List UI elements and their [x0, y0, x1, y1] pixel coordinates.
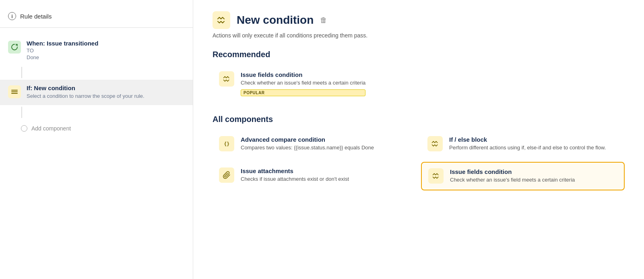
page-title: New condition [237, 14, 314, 27]
issue-fields-recommended-desc: Check whether an issue's field meets a c… [241, 79, 365, 87]
recommended-card-list: Issue fields condition Check whether an … [213, 66, 625, 102]
when-item-sub1: TO [27, 48, 98, 54]
advanced-compare-title: Advanced compare condition [241, 136, 374, 143]
svg-text:{}: {} [224, 141, 229, 147]
sidebar: i Rule details When: Issue transitioned … [0, 0, 193, 279]
rule-details-row[interactable]: i Rule details [0, 8, 193, 27]
page-subtitle: Actions will only execute if all conditi… [213, 32, 625, 39]
issue-fields-recommended-body: Issue fields condition Check whether an … [241, 71, 365, 96]
svg-rect-2 [11, 93, 18, 94]
if-else-body: If / else block Perform different action… [449, 136, 606, 152]
info-icon: i [8, 12, 16, 20]
advanced-compare-icon: {} [219, 136, 234, 151]
all-components-section-title: All components [213, 115, 625, 124]
header-condition-icon [213, 11, 230, 29]
when-item-title: When: Issue transitioned [27, 40, 98, 47]
card-advanced-compare-condition[interactable]: {} Advanced compare condition Compares t… [213, 130, 416, 157]
advanced-compare-body: Advanced compare condition Compares two … [241, 136, 374, 152]
if-icon [8, 85, 21, 98]
add-component-label: Add component [31, 125, 71, 132]
sidebar-divider [0, 27, 193, 28]
if-else-title: If / else block [449, 136, 606, 143]
page-header: New condition 🗑 [213, 11, 625, 29]
when-item-content: When: Issue transitioned TO Done [27, 40, 98, 60]
when-item-sub2: Done [27, 54, 98, 60]
if-item-desc: Select a condition to narrow the scope o… [27, 92, 144, 100]
rule-details-label: Rule details [20, 13, 52, 20]
issue-attachments-title: Issue attachments [241, 167, 349, 174]
if-else-icon [427, 136, 443, 151]
components-grid: {} Advanced compare condition Compares t… [213, 130, 625, 190]
svg-rect-1 [11, 91, 18, 92]
issue-fields-recommended-title: Issue fields condition [241, 71, 365, 78]
recommended-section-title: Recommended [213, 50, 625, 59]
svg-rect-0 [11, 90, 18, 91]
if-item-title: If: New condition [27, 85, 144, 91]
issue-fields-all-desc: Check whether an issue's field meets a c… [450, 176, 575, 184]
advanced-compare-desc: Compares two values: {{issue.status.name… [241, 144, 374, 152]
issue-fields-all-body: Issue fields condition Check whether an … [450, 168, 575, 184]
trash-icon[interactable]: 🗑 [320, 16, 327, 25]
connector-line-2 [0, 107, 193, 118]
add-circle-icon [21, 125, 27, 132]
if-else-desc: Perform different actions using if, else… [449, 144, 606, 152]
popular-badge: POPULAR [241, 89, 365, 96]
issue-attachments-desc: Checks if issue attachments exist or don… [241, 175, 349, 183]
when-icon [8, 41, 21, 54]
card-issue-fields-condition-all[interactable]: Issue fields condition Check whether an … [421, 162, 625, 190]
issue-fields-recommended-icon [219, 71, 234, 87]
sidebar-item-when-issue-transitioned[interactable]: When: Issue transitioned TO Done [0, 35, 193, 65]
issue-attachments-body: Issue attachments Checks if issue attach… [241, 167, 349, 183]
card-issue-fields-condition-recommended[interactable]: Issue fields condition Check whether an … [213, 66, 625, 102]
card-issue-attachments[interactable]: Issue attachments Checks if issue attach… [213, 162, 416, 190]
add-component-row[interactable]: Add component [0, 120, 193, 137]
if-item-content: If: New condition Select a condition to … [27, 85, 144, 100]
main-content: New condition 🗑 Actions will only execut… [193, 0, 644, 279]
card-if-else-block[interactable]: If / else block Perform different action… [421, 130, 625, 157]
connector-line-1 [0, 67, 193, 78]
issue-fields-all-icon [428, 168, 444, 184]
issue-attachments-icon [219, 167, 234, 183]
sidebar-item-if-new-condition[interactable]: If: New condition Select a condition to … [0, 80, 193, 105]
issue-fields-all-title: Issue fields condition [450, 168, 575, 175]
